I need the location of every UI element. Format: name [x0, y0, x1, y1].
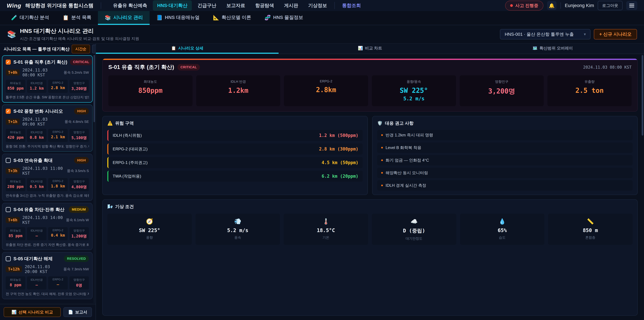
bar-chart-icon: 📊 [358, 46, 363, 51]
danger-zones-panel: ⚠️ 위험 구역 IDLH (즉시위험) 1.2 km (500ppm) ERP… [102, 116, 368, 195]
stat-max-concentration: 최대농도420 ppm [6, 129, 25, 142]
bullet-dot-icon [381, 185, 383, 186]
books-icon: 📚 [7, 30, 16, 39]
subtab-label: 확산모델 이론 [222, 14, 251, 21]
scenario-checkbox[interactable] [6, 109, 11, 114]
severity-badge: CRITICAL [70, 59, 92, 65]
hamburger-menu-button[interactable] [626, 1, 637, 10]
page-header-actions: HNS-001 · 울산 온산항 톨루엔 누출 ▾ + 신규 시나리오 [500, 29, 637, 40]
stat-population: 영향인구3,200명 [70, 80, 89, 93]
page-header: 📚 HNS 대기확산 시나리오 관리 시간·조건별 대기확산 예측 시나리오 비… [0, 25, 644, 44]
recommendation-item: 화기 엄금 — 인화점 4°C [377, 155, 632, 165]
timestamp: 2024.11.03 08:00 KST [22, 68, 61, 77]
subtab-hns-substance-info[interactable]: 🧬 HNS 물질정보 [258, 11, 310, 25]
timestamp: 2024.11.03 11:00 KST [22, 166, 64, 176]
compare-scenarios-button[interactable]: 📊 선택 시나리오 비교 [4, 307, 61, 317]
stat-erpg2: ERPG-2— [48, 276, 68, 289]
detail-content: S-01 유출 직후 (초기 확산) CRITICAL 2024.11.03 0… [96, 54, 644, 320]
gradient-bar [103, 59, 637, 60]
incident-select[interactable]: HNS-001 · 울산 온산항 톨루엔 누출 ▾ [500, 29, 590, 40]
scenario-card-list: S-01 유출 직후 (초기 확산) CRITICAL T+0h 2024.11… [0, 54, 96, 304]
main-scrollbar[interactable] [642, 55, 643, 319]
stat-erpg2: ERPG-2 2.8km [284, 75, 368, 106]
sidebar-title: 시나리오 목록 — 톨루엔 대기확산 [4, 46, 70, 52]
subtab-analysis-list[interactable]: 📋 분석 목록 [56, 11, 98, 25]
logout-button[interactable]: 로그아웃 [598, 1, 622, 10]
scenario-checkbox[interactable] [6, 256, 11, 261]
subtab-dispersion-analysis[interactable]: 🧪 대기확산 분석 [4, 11, 56, 25]
books-icon: 📚 [105, 15, 111, 21]
scenario-checkbox[interactable] [6, 60, 11, 65]
severity-badge: RESOLVED [64, 255, 89, 262]
scenario-checkbox[interactable] [6, 158, 11, 163]
nav-item-hns[interactable]: HNS·대기확산 [153, 0, 192, 11]
panel-title-text: 대응 권고 사항 [385, 120, 414, 126]
scenario-sidebar: 시나리오 목록 — 톨루엔 대기확산 시간순 위험도순 S-01 유출 직후 (… [0, 44, 96, 320]
dna-icon: 🧬 [264, 15, 271, 21]
divider [334, 2, 335, 9]
card-stats: 최대농도850 ppm IDLH반경1.2 km ERPG-22.8 km 영향… [6, 80, 89, 93]
panel-title-text: 기상 조건 [115, 204, 134, 210]
panel-title-text: 위험 구역 [115, 120, 134, 126]
nav-item-air-search[interactable]: 항공탐색 [251, 0, 278, 11]
tab-dispersion-overlay[interactable]: 🗺️ 확산범위 오버레이 [461, 44, 644, 54]
report-button[interactable]: 📄 보고서 [64, 307, 92, 317]
card-time-row: T+6h 2024.11.03 14:00 KST 풍속 6.1m/s W [6, 215, 89, 225]
subtab-label: 대기확산 분석 [20, 14, 49, 21]
bullet-dot-icon [381, 134, 383, 136]
scrollbar-thumb[interactable] [642, 55, 643, 136]
droplet-icon: 💧 [461, 218, 543, 225]
scenario-description: 톨루엔 2.5톤 순간 유출. SW 풍향으로 온산 산업단지 방향 확산. I… [6, 95, 89, 100]
detail-tabs: 📋 시나리오 상세 📊 비교 차트 🗺️ 확산범위 오버레이 [96, 44, 644, 54]
panel-row: ⚠️ 위험 구역 IDLH (즉시위험) 1.2 km (500ppm) ERP… [102, 116, 638, 195]
card-time-row: T+3h 2024.11.03 11:00 KST 풍속 3.5m/s S [6, 166, 89, 176]
scenario-card-s04[interactable]: S-04 유출 차단·잔류 확산 MEDIUM T+6h 2024.11.03 … [2, 203, 92, 250]
recommendation-item: 반경 1.2km 즉시 대피 명령 [377, 130, 632, 140]
nav-item-reports[interactable]: 보고자료 [222, 0, 250, 11]
subtab-model-theory[interactable]: 📐 확산모델 이론 [206, 11, 258, 25]
weather-panel: 🌬️ 기상 조건 🧭 SW 225° 풍향 💨 5.2 m/s 풍속 [102, 199, 638, 316]
scenario-card-s05[interactable]: S-05 대기확산 해제 RESOLVED T+12h 2024.11.03 2… [2, 252, 92, 299]
scenario-description: 연속유출 3시간 경과. 누적 유출량 증가. 풍속 감소로 체류 시간 증가. [6, 193, 89, 198]
sort-by-time-button[interactable]: 시간순 [72, 45, 90, 53]
subtab-hns-manual[interactable]: 📘 HNS 대응매뉴얼 [150, 11, 206, 25]
nav-item-board[interactable]: 게시판 [280, 0, 302, 11]
clipboard-icon: 📋 [171, 46, 176, 51]
zone-row-erpg1: ERPG-1 (주의권고) 4.5 km (50ppm) [107, 157, 363, 168]
timestamp: 2024.11.03 14:00 KST [22, 215, 63, 225]
tab-scenario-detail[interactable]: 📋 시나리오 상세 [96, 44, 278, 54]
weather-wind-speed: 💨 5.2 m/s 풍속 [196, 214, 280, 245]
shield-icon: 🛡️ [377, 121, 382, 126]
nav-item-rescue[interactable]: 긴급구난 [193, 0, 221, 11]
page-titles: HNS 대기확산 시나리오 관리 시간·조건별 대기확산 예측 시나리오 비교·… [20, 27, 139, 41]
tab-compare-chart[interactable]: 📊 비교 차트 [278, 44, 461, 54]
content: 시나리오 목록 — 톨루엔 대기확산 시간순 위험도순 S-01 유출 직후 (… [0, 44, 644, 320]
nav-item-weather[interactable]: 기상정보 [304, 0, 332, 11]
new-scenario-button[interactable]: + 신규 시나리오 [594, 29, 637, 40]
scenario-title: S-03 연속유출 확대 [14, 157, 72, 163]
subtab-label: HNS 물질정보 [273, 14, 303, 21]
wind-info: 풍속 6.1m/s W [66, 218, 89, 222]
tab-label: 확산범위 오버레이 [540, 46, 573, 51]
wind-info: 풍속 3.5m/s S [67, 168, 89, 173]
warning-icon: ⚠️ [107, 121, 113, 126]
scenario-checkbox[interactable] [6, 207, 11, 212]
scenario-card-s01[interactable]: S-01 유출 직후 (초기 확산) CRITICAL T+0h 2024.11… [2, 55, 92, 103]
world-map-icon: 🗺️ [532, 46, 538, 51]
subtab-scenario-management[interactable]: 📚 시나리오 관리 [98, 11, 150, 25]
card-time-row: T+0h 2024.11.03 08:00 KST 풍속 5.2m/s SW [6, 68, 89, 77]
sidebar-scrollbar[interactable] [94, 55, 95, 303]
topnav-right: 사고 진행중 🔔 Eunjeong Kim 로그아웃 [505, 1, 637, 11]
nav-item-oil-spill[interactable]: 유출유 확산예측 [108, 0, 152, 11]
scrollbar-thumb[interactable] [94, 55, 95, 122]
zone-list: IDLH (즉시위험) 1.2 km (500ppm) ERPG-2 (대피권고… [107, 130, 363, 182]
scenario-card-s03[interactable]: S-03 연속유출 확대 HIGH T+3h 2024.11.03 11:00 … [2, 154, 92, 201]
recommendation-item: Level B 화학복 착용 [377, 142, 632, 153]
stat-erpg2: ERPG-21.8 km [48, 178, 68, 191]
bullet-dot-icon [381, 147, 383, 149]
nav-item-integrated-search[interactable]: 통합조회 [338, 0, 365, 11]
notifications-button[interactable]: 🔔 [547, 1, 556, 10]
blue-book-icon: 📘 [156, 15, 162, 21]
bullet-dot-icon [381, 159, 383, 161]
scenario-card-s02[interactable]: S-02 풍향 변화 시나리오 HIGH T+1h 2024.11.03 09:… [2, 105, 92, 152]
